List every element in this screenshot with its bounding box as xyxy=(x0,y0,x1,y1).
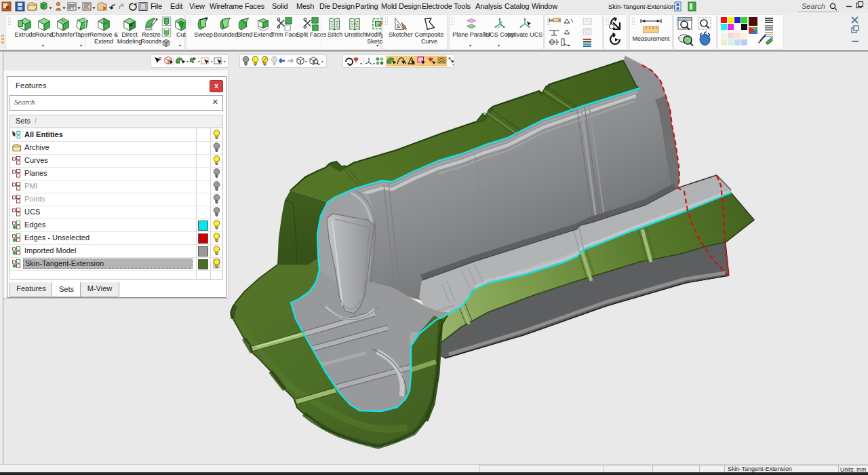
svg-text:Search: Search xyxy=(802,2,825,10)
